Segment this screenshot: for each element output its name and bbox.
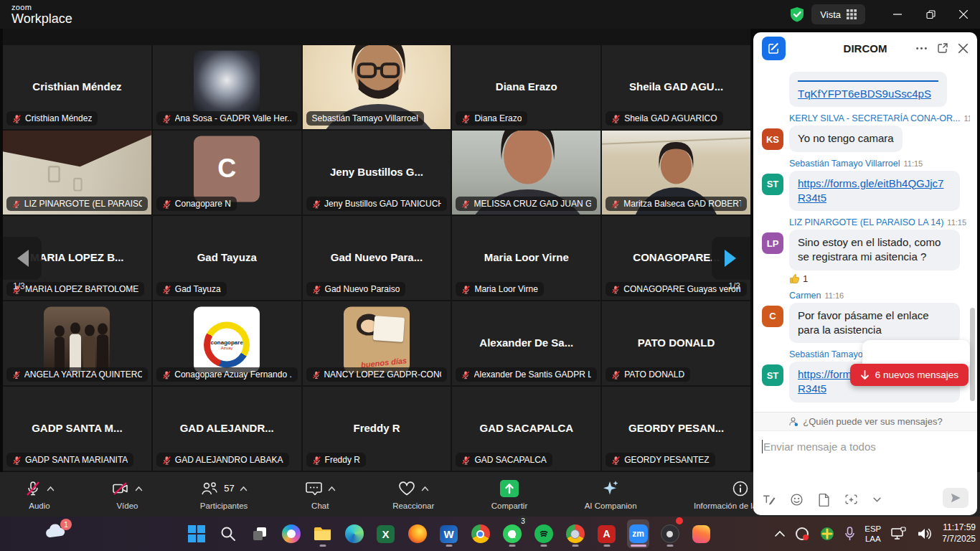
close-button[interactable] — [947, 0, 980, 29]
popout-icon[interactable] — [937, 42, 948, 54]
chevron-up-icon[interactable] — [47, 486, 55, 491]
message-input[interactable]: Enviar mensaje a todos — [753, 431, 977, 453]
participant-tile[interactable]: Cristhian MéndezCristhian Méndez — [3, 45, 151, 129]
participant-tile[interactable]: Sebastián Tamayo Villarroel — [303, 45, 451, 129]
taskbar-acrobat-icon[interactable]: A — [595, 519, 618, 548]
participant-tile[interactable]: CConagopare N — [153, 131, 301, 215]
taskbar-spotify-icon[interactable] — [532, 519, 555, 548]
participant-tile[interactable]: Diana ErazoDiana Erazo — [452, 45, 600, 129]
send-button[interactable] — [943, 488, 969, 508]
chat-header: DIRCOM — [753, 32, 977, 64]
chevron-up-icon[interactable] — [135, 486, 143, 491]
muted-mic-icon — [162, 456, 171, 465]
participant-display-name: Jeny Bustillos G... — [303, 166, 451, 178]
participant-name-label: Jeny Bustillos GAD TANICUCHI — [306, 197, 448, 211]
participant-tile[interactable]: GAD SACAPALCAGAD SACAPALCA — [452, 387, 600, 471]
info-icon — [732, 480, 749, 497]
participant-tile[interactable]: Maritza Balseca GAD ROBERT... — [602, 131, 750, 215]
format-text-icon[interactable] — [762, 493, 776, 507]
language-indicator[interactable]: ESP LAA — [864, 524, 881, 545]
muted-mic-icon — [461, 199, 470, 209]
participant-tile[interactable]: GEORDY PESAN...GEORDY PESANTEZ — [602, 387, 750, 471]
chevron-up-icon[interactable] — [240, 486, 248, 491]
toolbar-react-button[interactable]: Reaccionar — [392, 479, 434, 510]
toolbar-ai-companion-button[interactable]: AI Companion — [585, 479, 637, 510]
participant-tile[interactable]: ANGELA YARITZA QUINTERO ... — [3, 301, 151, 385]
microphone-tray-icon[interactable] — [844, 526, 855, 542]
participant-tile[interactable]: PATO DONALDPATO DONALD — [602, 301, 750, 385]
participant-tile[interactable]: Freddy RFreddy R — [303, 387, 451, 471]
taskbar-chrome-profile-icon[interactable] — [564, 519, 586, 548]
message-reaction[interactable]: 1 — [789, 273, 970, 284]
taskbar-windows-icon[interactable] — [185, 519, 207, 548]
toolbar-chat-button[interactable]: Chat — [305, 479, 336, 510]
taskbar-firefox-icon[interactable] — [406, 519, 428, 548]
taskbar-copilot-icon[interactable] — [280, 519, 302, 548]
minimize-button[interactable] — [881, 0, 914, 29]
participant-tile[interactable]: Gad Nuevo Para...Gad Nuevo Paraiso — [303, 216, 451, 300]
participant-tile[interactable]: Maria Loor VirneMaria Loor Virne — [452, 216, 600, 300]
attach-file-icon[interactable] — [818, 493, 830, 507]
chat-message: LP LIZ PINARGOTE (EL PARAISO LA 14)11:15… — [760, 217, 970, 284]
taskbar-whatsapp-icon[interactable]: 3 — [501, 519, 523, 548]
network-tray-icon[interactable] — [890, 527, 908, 541]
logo-subtext: Azuay — [210, 346, 243, 350]
participant-tile[interactable]: MELISSA CRUZ GAD JUAN G... — [452, 131, 600, 215]
taskbar-excel-icon[interactable]: X — [374, 519, 397, 548]
message-link[interactable]: TqKfYFPT6eBDS9uSsc4pS — [798, 88, 931, 100]
chevron-up-icon[interactable] — [328, 486, 336, 491]
emoji-icon[interactable] — [790, 493, 804, 507]
taskbar-obs-icon[interactable] — [659, 519, 681, 548]
volume-tray-icon[interactable] — [917, 527, 933, 540]
chat-message: ST Sebastián Tamayo Villarroel11:15 http… — [760, 159, 970, 212]
tray-chevron-up-icon[interactable] — [775, 530, 785, 537]
muted-mic-icon — [611, 114, 621, 123]
recorder-tray-icon[interactable] — [794, 526, 810, 542]
participant-label-text: Conagopare N — [175, 199, 231, 209]
muted-mic-icon — [12, 114, 22, 123]
toolbar-participants-button[interactable]: 57Participantes — [200, 479, 248, 510]
chevron-up-icon[interactable] — [421, 486, 429, 491]
participant-tile[interactable]: GADP SANTA M...GADP SANTA MARIANITA — [3, 387, 151, 471]
running-indicator — [509, 545, 515, 547]
taskbar-edge-icon[interactable] — [343, 519, 365, 548]
close-chat-icon[interactable] — [958, 43, 969, 54]
more-options-icon[interactable] — [915, 42, 928, 55]
participant-tile[interactable]: LIZ PINARGOTE (EL PARAISO ... — [3, 131, 151, 215]
restore-button[interactable] — [914, 0, 947, 29]
onedrive-cloud-icon[interactable]: 1 — [44, 523, 66, 539]
muted-mic-icon — [12, 370, 21, 380]
taskbar-zoom-icon[interactable]: zm — [627, 519, 649, 548]
chevron-down-icon[interactable] — [872, 495, 882, 504]
view-button[interactable]: Vista — [811, 4, 865, 24]
participant-label-text: MELISSA CRUZ GAD JUAN G... — [474, 199, 592, 209]
privacy-hint[interactable]: ¿Quién puede ver sus mensajes? — [753, 412, 977, 430]
taskbar-word-icon[interactable]: W — [438, 519, 460, 548]
taskbar-task-view-icon[interactable] — [248, 519, 270, 548]
taskbar-flame-icon[interactable] — [690, 519, 712, 548]
participant-tile[interactable]: Sheila GAD AGU...Sheila GAD AGUARICO — [602, 45, 750, 129]
toolbar-share-button[interactable]: Compartir — [491, 479, 527, 510]
antivirus-tray-icon[interactable] — [819, 526, 835, 542]
taskbar-chrome-icon[interactable] — [469, 519, 491, 548]
system-clock[interactable]: 11:17:59 7/7/2025 — [942, 522, 976, 545]
toolbar-video-button[interactable]: Vídeo — [111, 479, 143, 510]
taskbar-file-explorer-icon[interactable] — [311, 519, 334, 548]
screenshot-icon[interactable] — [844, 493, 858, 507]
next-page-button[interactable] — [712, 237, 750, 280]
previous-page-button[interactable] — [3, 237, 42, 280]
participant-tile[interactable]: Jeny Bustillos G...Jeny Bustillos GAD TA… — [303, 131, 451, 215]
participant-tile[interactable]: conagopareAzuayConagopare Azuay Fernando… — [153, 301, 301, 385]
taskbar-search-icon[interactable] — [217, 519, 239, 548]
message-link[interactable]: https://forms.gle/eitBh4QGJjc7R34t5 — [798, 177, 943, 204]
chat-scrollbar[interactable] — [970, 308, 975, 401]
message-time: 11:15 — [947, 218, 966, 227]
participant-tile[interactable]: Alexander De Sa...Alexander De Santis GA… — [452, 301, 600, 385]
participant-tile[interactable]: Ana Sosa - GADPR Valle Her... — [153, 45, 301, 129]
participant-tile[interactable]: GAD ALEJANDR...GAD ALEJANDRO LABAKA — [153, 387, 301, 471]
toolbar-item-label: Compartir — [491, 501, 527, 510]
participant-tile[interactable]: buenos díasNANCY LOPEZ GADPR-CONO... — [303, 301, 451, 385]
new-messages-button[interactable]: 6 nuevos mensajes — [850, 364, 969, 386]
toolbar-audio-button[interactable]: Audio — [24, 479, 55, 510]
participant-tile[interactable]: Gad TayuzaGad Tayuza — [153, 216, 301, 300]
